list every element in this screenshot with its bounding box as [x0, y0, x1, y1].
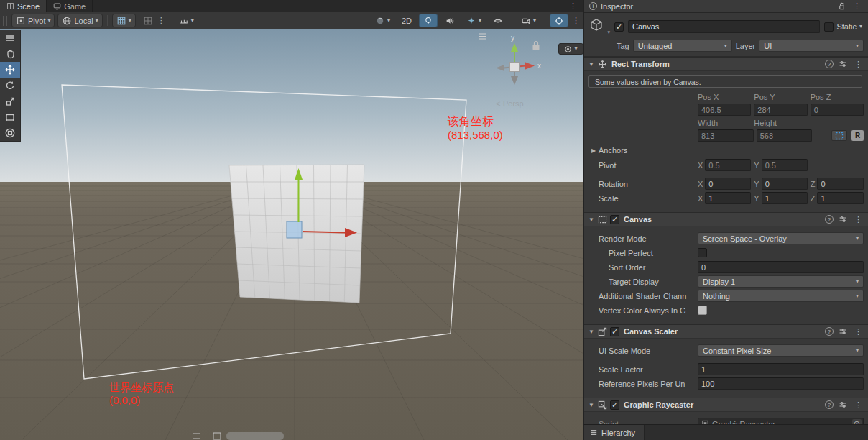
raw-mode-button[interactable]: R [851, 130, 864, 141]
move-tool[interactable] [0, 62, 20, 78]
camera-settings-dropdown[interactable]: ▾ [517, 14, 540, 27]
pixel-perfect-label: Pixel Perfect [587, 249, 695, 257]
layer-dropdown[interactable]: UI▾ [759, 40, 864, 52]
scale-z-field[interactable]: 1 [817, 192, 864, 204]
toolbar-drag-handle[interactable] [3, 16, 7, 26]
graphic-raycaster-header[interactable]: ▼ Graphic Raycaster ? ⋮ [584, 398, 868, 412]
persp-toggle-arrow[interactable]: < [496, 99, 500, 108]
graphic-raycaster-enabled-checkbox[interactable] [610, 400, 619, 410]
target-display-dropdown[interactable]: Display 1▾ [698, 275, 864, 288]
tools-overlay-menu[interactable] [0, 30, 20, 46]
scale-y-field[interactable]: 1 [762, 192, 808, 204]
static-checkbox[interactable] [824, 22, 834, 32]
unlock-icon[interactable] [838, 2, 846, 10]
rotation-x-field[interactable]: 0 [705, 178, 751, 190]
scene-viewport[interactable]: 该角坐标 (813,568,0) 世界坐标原点 (0,0,0) y x < Pe [0, 29, 583, 440]
axis-y-label: Y [754, 194, 759, 203]
tab-hierarchy[interactable]: Hierarchy [584, 425, 645, 440]
render-mode-dropdown[interactable]: Screen Space - Overlay▾ [698, 232, 864, 244]
rotate-tool[interactable] [0, 78, 20, 93]
rotation-z-field[interactable]: 0 [817, 178, 864, 190]
reference-pixels-field[interactable]: 100 [698, 377, 864, 390]
bottom-slider-handle[interactable] [226, 432, 284, 440]
tab-scene[interactable]: Scene [0, 0, 47, 12]
rect-tool-icon [4, 111, 16, 123]
component-menu-icon[interactable]: ⋮ [852, 60, 864, 69]
rect-transform-header[interactable]: ▼ Rect Transform ? ⋮ [584, 58, 868, 71]
canvas-header[interactable]: ▼ Canvas ? ⋮ [584, 213, 868, 226]
raw-edit-toggle[interactable] [831, 130, 847, 141]
camera-view-menu[interactable]: ▾ [558, 43, 583, 55]
effects-dropdown[interactable]: ▾ [462, 14, 486, 27]
grid-visibility-button[interactable]: ▾ [112, 14, 136, 27]
presets-icon[interactable] [839, 215, 847, 224]
scene-audio-toggle[interactable] [440, 14, 459, 27]
foldout-icon[interactable]: ▼ [588, 402, 595, 408]
canvas-enabled-checkbox[interactable] [610, 215, 619, 224]
component-menu-icon[interactable]: ⋮ [852, 400, 864, 410]
vertex-color-checkbox[interactable] [698, 306, 707, 315]
tag-dropdown[interactable]: Untagged▾ [633, 40, 732, 52]
pos-x-field[interactable]: 406.5 [698, 104, 751, 116]
scene-lighting-toggle[interactable] [419, 14, 438, 27]
shading-mode-dropdown[interactable]: ▾ [371, 14, 394, 27]
hand-tool[interactable] [0, 46, 20, 62]
inspector-header[interactable]: i Inspector ⋮ [584, 0, 868, 13]
pivot-mode-dropdown[interactable]: Pivot▾ [11, 14, 55, 27]
tabbar-menu-icon[interactable]: ⋮ [567, 1, 579, 11]
help-icon[interactable]: ? [825, 400, 834, 409]
presets-icon[interactable] [839, 400, 847, 409]
handle-rotation-dropdown[interactable]: Local▾ [57, 14, 102, 27]
increment-snap-button[interactable]: ▾ [175, 14, 198, 27]
sort-order-label: Sort Order [587, 263, 695, 272]
gizmos-toggle[interactable] [550, 14, 568, 27]
scale-factor-field[interactable]: 1 [698, 363, 864, 375]
additional-shader-dropdown[interactable]: Nothing▾ [698, 290, 864, 302]
pivot-y-field[interactable]: 0.5 [762, 159, 808, 171]
pivot-label: Pivot [28, 17, 45, 25]
scene-visibility-toggle[interactable] [489, 14, 507, 27]
presets-icon[interactable] [839, 327, 847, 336]
grid-snap-button[interactable]: ⋮ [139, 14, 172, 27]
pivot-x-field[interactable]: 0.5 [705, 159, 751, 171]
component-menu-icon[interactable]: ⋮ [852, 327, 864, 336]
canvas-scaler-header[interactable]: ▼ Canvas Scaler ? ⋮ [584, 325, 868, 339]
help-icon[interactable]: ? [825, 327, 834, 336]
2d-toggle-button[interactable]: 2D [397, 14, 416, 27]
gizmo-x-label[interactable]: x [537, 62, 541, 70]
script-object-field[interactable]: GraphicRaycaster ⊙ [698, 418, 864, 424]
reference-pixels-label: Reference Pixels Per Un [587, 380, 695, 388]
foldout-icon[interactable]: ▼ [588, 61, 595, 68]
gameobject-icon-button[interactable]: ▾ [588, 17, 610, 36]
sort-order-field[interactable]: 0 [698, 261, 864, 273]
help-icon[interactable]: ? [825, 215, 834, 224]
width-field[interactable]: 813 [698, 129, 754, 142]
inspector-menu-icon[interactable]: ⋮ [851, 1, 863, 11]
persp-label[interactable]: Persp [503, 99, 524, 108]
gizmo-y-label[interactable]: y [511, 34, 514, 42]
presets-icon[interactable] [839, 60, 847, 68]
pixel-perfect-checkbox[interactable] [698, 248, 707, 257]
ui-scale-mode-dropdown[interactable]: Constant Pixel Size▾ [698, 344, 864, 357]
active-checkbox[interactable] [614, 22, 624, 32]
tab-game[interactable]: Game [47, 0, 93, 12]
pos-y-field[interactable]: 284 [754, 104, 807, 116]
toolbar-overflow-icon[interactable]: ⋮ [570, 16, 582, 25]
foldout-icon[interactable]: ▼ [588, 329, 595, 335]
transform-tool[interactable] [0, 125, 20, 141]
rect-tool[interactable] [0, 109, 20, 125]
rotation-y-field[interactable]: 0 [762, 178, 808, 190]
canvas-scaler-enabled-checkbox[interactable] [610, 327, 619, 336]
component-menu-icon[interactable]: ⋮ [852, 215, 864, 224]
object-picker-icon[interactable]: ⊙ [852, 419, 862, 424]
anchors-foldout[interactable]: ▶ Anchors [587, 145, 864, 156]
scale-x-field[interactable]: 1 [705, 192, 751, 204]
foldout-icon[interactable]: ▼ [588, 216, 595, 223]
static-dropdown[interactable]: Static ▾ [824, 22, 864, 32]
scale-tool[interactable] [0, 93, 20, 109]
pos-z-field[interactable]: 0 [811, 104, 864, 116]
grid-snap-menu-icon[interactable]: ⋮ [155, 16, 167, 25]
height-field[interactable]: 568 [757, 129, 813, 142]
help-icon[interactable]: ? [825, 60, 834, 68]
gameobject-name-field[interactable]: Canvas [628, 20, 820, 33]
